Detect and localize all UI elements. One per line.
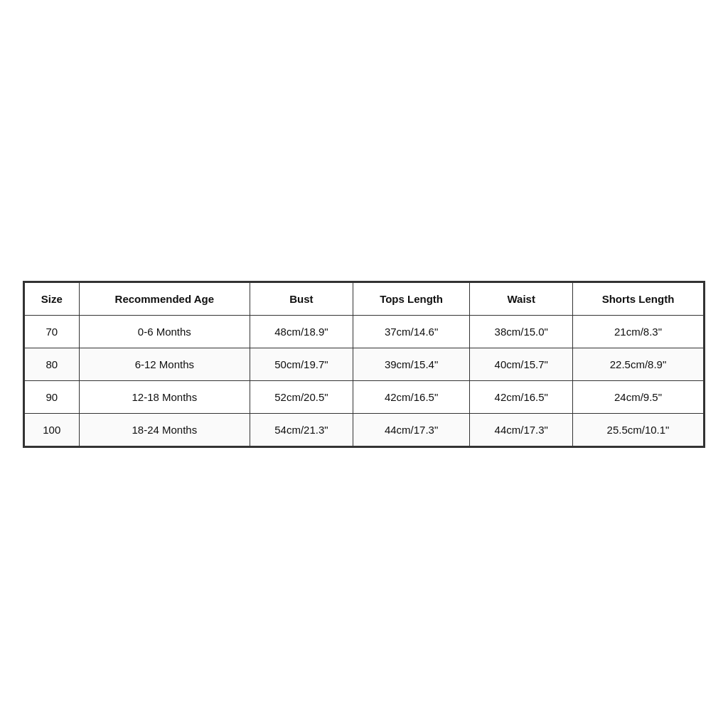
size-chart-table: SizeRecommended AgeBustTops LengthWaistS…: [24, 282, 704, 446]
column-header-tops-length: Tops Length: [353, 282, 470, 315]
table-cell: 48cm/18.9": [250, 315, 353, 348]
table-cell: 37cm/14.6": [353, 315, 470, 348]
table-cell: 21cm/8.3": [573, 315, 704, 348]
table-cell: 40cm/15.7": [470, 348, 573, 380]
size-chart-container: SizeRecommended AgeBustTops LengthWaistS…: [23, 281, 705, 448]
table-cell: 12-18 Months: [79, 380, 250, 413]
table-cell: 39cm/15.4": [353, 348, 470, 380]
table-row: 10018-24 Months54cm/21.3"44cm/17.3"44cm/…: [25, 413, 704, 446]
table-cell: 80: [25, 348, 80, 380]
table-cell: 18-24 Months: [79, 413, 250, 446]
table-cell: 44cm/17.3": [353, 413, 470, 446]
column-header-recommended-age: Recommended Age: [79, 282, 250, 315]
table-cell: 52cm/20.5": [250, 380, 353, 413]
table-row: 806-12 Months50cm/19.7"39cm/15.4"40cm/15…: [25, 348, 704, 380]
table-cell: 24cm/9.5": [573, 380, 704, 413]
table-cell: 50cm/19.7": [250, 348, 353, 380]
table-cell: 100: [25, 413, 80, 446]
column-header-bust: Bust: [250, 282, 353, 315]
table-cell: 38cm/15.0": [470, 315, 573, 348]
table-header-row: SizeRecommended AgeBustTops LengthWaistS…: [25, 282, 704, 315]
column-header-waist: Waist: [470, 282, 573, 315]
table-cell: 90: [25, 380, 80, 413]
table-cell: 25.5cm/10.1": [573, 413, 704, 446]
table-cell: 0-6 Months: [79, 315, 250, 348]
table-cell: 44cm/17.3": [470, 413, 573, 446]
table-cell: 6-12 Months: [79, 348, 250, 380]
column-header-shorts-length: Shorts Length: [573, 282, 704, 315]
table-cell: 22.5cm/8.9": [573, 348, 704, 380]
table-row: 700-6 Months48cm/18.9"37cm/14.6"38cm/15.…: [25, 315, 704, 348]
table-cell: 42cm/16.5": [353, 380, 470, 413]
table-cell: 70: [25, 315, 80, 348]
table-cell: 54cm/21.3": [250, 413, 353, 446]
column-header-size: Size: [25, 282, 80, 315]
table-cell: 42cm/16.5": [470, 380, 573, 413]
table-row: 9012-18 Months52cm/20.5"42cm/16.5"42cm/1…: [25, 380, 704, 413]
